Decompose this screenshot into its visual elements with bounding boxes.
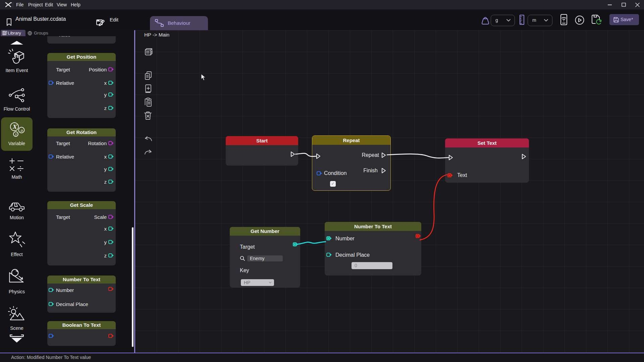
port-y-out[interactable] (108, 240, 112, 244)
port-z-out[interactable] (108, 106, 112, 110)
exec-out-port[interactable] (290, 151, 296, 157)
play-icon[interactable] (575, 15, 584, 25)
scroll-up-icon[interactable] (10, 41, 23, 45)
port-boolean-in[interactable] (49, 334, 53, 338)
text-in-port[interactable] (447, 173, 451, 177)
node-repeat[interactable]: Repeat Repeat Finish Condition ✓ (312, 135, 391, 191)
length-unit-select[interactable]: m (528, 15, 552, 26)
motion-icon[interactable] (8, 198, 25, 212)
library-node-get-position[interactable]: Get Position Target Position Relative x … (47, 53, 116, 118)
sidebar-item-motion[interactable]: Motion (0, 215, 34, 220)
mobile-preview-icon[interactable] (560, 14, 568, 25)
port-x-out[interactable] (108, 227, 112, 231)
number-in-port[interactable] (326, 236, 330, 240)
menubar: File Project Edit View Help (0, 0, 644, 9)
port-rotation-out[interactable] (108, 141, 112, 145)
edit-button[interactable]: Edit (110, 17, 118, 22)
weight-unit-select[interactable]: g (491, 15, 515, 26)
item-event-icon[interactable] (8, 49, 25, 66)
save-sync-icon[interactable] (591, 15, 602, 25)
maximize-button[interactable] (619, 0, 629, 9)
paste-icon[interactable] (144, 98, 153, 107)
panel-tabs: Library Groups (0, 30, 134, 36)
undo-icon[interactable] (144, 135, 153, 145)
sidebar-item-variable-selected[interactable]: Xay Variable (1, 117, 33, 151)
port-number-in[interactable] (49, 288, 53, 292)
save-button[interactable]: Save* (609, 14, 639, 25)
target-search-input[interactable]: Enemy (247, 255, 283, 261)
port-relative-in[interactable] (49, 81, 53, 85)
port-x-out[interactable] (108, 81, 112, 85)
key-label: Key (240, 267, 249, 274)
sidebar-item-flow-control[interactable]: Flow Control (0, 106, 34, 112)
redo-icon[interactable] (144, 149, 153, 158)
flow-control-icon[interactable] (8, 87, 25, 103)
port-decimal-in[interactable] (49, 302, 53, 306)
port-z-out[interactable] (108, 253, 112, 257)
port-position-out[interactable] (108, 67, 112, 71)
tab-behaviour[interactable]: Behaviour (150, 16, 208, 30)
decimal-value-input[interactable]: 0 (352, 262, 392, 269)
exec-in-port[interactable] (448, 155, 453, 161)
text-out-port[interactable] (416, 234, 420, 238)
svg-text:X: X (12, 124, 17, 130)
library-node-get-scale[interactable]: Get Scale Target Scale x y z (47, 201, 116, 265)
port-y-out[interactable] (108, 167, 112, 171)
physics-icon[interactable] (8, 267, 25, 284)
menu-view[interactable]: View (55, 0, 69, 9)
scroll-down-icon[interactable] (10, 335, 24, 343)
repeat-exec-out-port[interactable] (381, 152, 386, 158)
sidebar-item-item-event[interactable]: Item Event (0, 68, 34, 73)
close-button[interactable] (632, 0, 642, 9)
port-z-out[interactable] (108, 180, 112, 184)
port-x-out[interactable] (108, 155, 112, 159)
node-row-label: Position (89, 67, 107, 72)
library-scrollbar[interactable] (132, 227, 133, 347)
condition-checkbox[interactable]: ✓ (330, 181, 336, 187)
menu-project[interactable]: Project (26, 0, 45, 9)
library-node-number-to-text[interactable]: Number To Text Number Decimal Place (47, 276, 116, 313)
sidebar-item-math[interactable]: Math (0, 174, 34, 180)
copy-icon[interactable] (144, 71, 153, 80)
tab-library[interactable]: Library (1, 30, 25, 36)
node-board-icon[interactable] (144, 47, 153, 56)
menu-file[interactable]: File (14, 0, 26, 9)
node-get-number[interactable]: Get Number Target Enemy Key HP (230, 227, 300, 288)
value-out-port[interactable] (293, 242, 297, 246)
edit-pencil-icon[interactable] (96, 19, 106, 27)
finish-exec-out-port[interactable] (381, 168, 386, 174)
library-node-get-rotation[interactable]: Get Rotation Target Rotation Relative x … (47, 128, 116, 192)
node-set-text[interactable]: Set Text Text (445, 138, 529, 183)
panel-divider[interactable] (134, 30, 135, 353)
exec-in-port[interactable] (316, 153, 321, 159)
effect-icon[interactable] (8, 231, 25, 249)
node-start[interactable]: Start (226, 136, 298, 166)
add-file-icon[interactable] (144, 84, 153, 94)
port-scale-out[interactable] (108, 215, 112, 219)
minimize-button[interactable] (605, 0, 615, 9)
port-text-out[interactable] (108, 334, 112, 338)
node-number-to-text[interactable]: Number To Text Number Decimal Place 0 (325, 222, 421, 276)
exec-out-port[interactable] (521, 154, 527, 160)
sidebar-item-physics[interactable]: Physics (0, 289, 34, 294)
port-relative-in[interactable] (49, 155, 53, 159)
sidebar-item-scene[interactable]: Scene (0, 325, 34, 331)
node-number-to-text-title: Number To Text (325, 222, 421, 231)
menu-help[interactable]: Help (69, 0, 83, 9)
node-row-label: x (104, 226, 107, 232)
decimal-in-port[interactable] (326, 253, 330, 257)
breadcrumb: HP -> Main (144, 32, 169, 38)
port-y-out[interactable] (108, 93, 112, 97)
math-icon[interactable] (9, 158, 25, 172)
scene-icon[interactable] (8, 306, 25, 322)
key-select[interactable]: HP (241, 279, 274, 286)
sidebar-item-effect[interactable]: Effect (0, 252, 34, 257)
node-row-label: x (104, 80, 107, 86)
menu-edit[interactable]: Edit (43, 0, 55, 9)
delete-icon[interactable] (144, 111, 153, 120)
condition-in-port[interactable] (317, 171, 321, 175)
node-graph-canvas[interactable]: HP -> Main Start (135, 30, 644, 353)
port-text-out[interactable] (108, 287, 112, 291)
library-node-boolean-to-text[interactable]: Boolean To Text (47, 321, 116, 346)
key-select-value: HP (244, 280, 250, 285)
